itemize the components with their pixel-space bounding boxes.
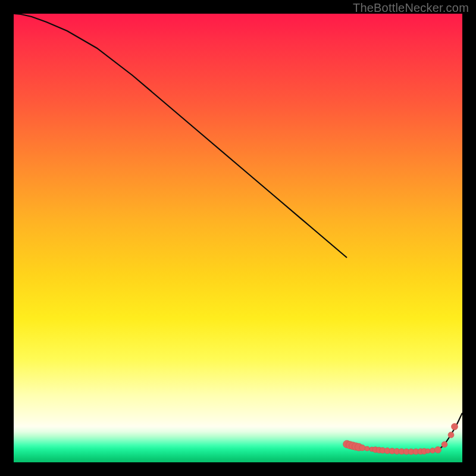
data-marker: [425, 449, 430, 453]
curve-overlay: [14, 14, 462, 462]
data-marker: [359, 445, 365, 451]
data-marker: [435, 447, 441, 453]
marker-group: [343, 424, 458, 455]
data-marker: [365, 446, 369, 451]
data-marker: [448, 432, 454, 438]
data-marker: [430, 448, 436, 453]
data-marker: [441, 441, 447, 447]
curve-left: [14, 14, 347, 258]
data-marker: [452, 424, 458, 430]
chart-stage: TheBottleNecker.com: [0, 0, 476, 476]
watermark-text: TheBottleNecker.com: [353, 1, 469, 15]
plot-area: [14, 14, 462, 462]
